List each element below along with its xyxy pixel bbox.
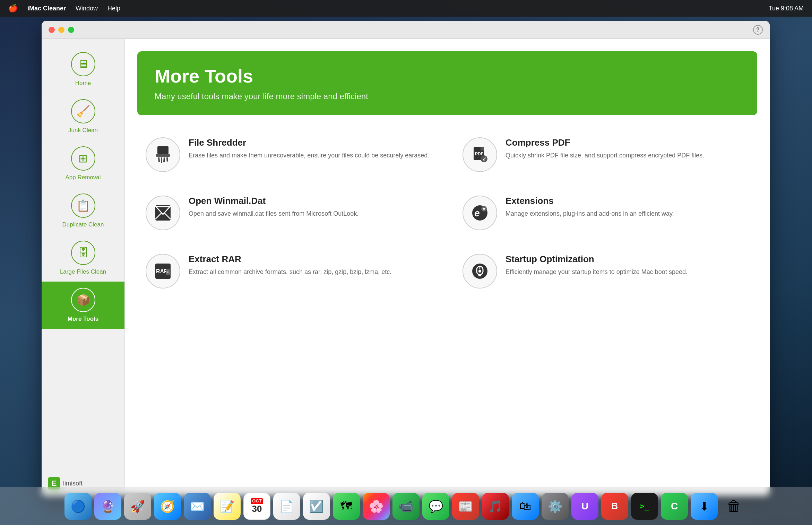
svg-rect-3 [161,157,162,163]
open-winmail-info: Open Winmail.Dat Open and save winmail.d… [189,196,432,218]
svg-rect-1 [156,154,170,157]
dock-item-news[interactable]: 📰 [452,493,479,520]
dock-item-siri[interactable]: 🔮 [94,493,121,520]
dock-item-photos[interactable]: 🌸 [363,493,390,520]
dock-item-finder[interactable]: 🔵 [64,493,92,520]
sidebar-label-more-tools: More Tools [68,316,98,322]
startup-optimization-desc: Efficiently manage your startup items to… [506,267,749,277]
svg-rect-0 [157,146,169,154]
svg-rect-7 [481,147,484,150]
extensions-icon: e [463,196,497,230]
traffic-lights [49,27,74,33]
sidebar: 🖥 Home 🧹 Junk Clean ⊞ App Removal 📋 Dupl… [42,39,125,496]
apple-menu[interactable]: 🍎 [8,4,18,13]
large-files-icon: 🗄 [71,241,95,265]
dock-item-carboncopy[interactable]: C [661,493,688,520]
tool-card-compress-pdf[interactable]: PDF ↙ Compress PDF Quickly shrink PDF fi… [454,129,757,180]
dock-item-appstore[interactable]: 🛍 [512,493,539,520]
dock-item-terminal[interactable]: >_ [631,493,658,520]
svg-text:e: e [474,208,480,218]
svg-text:PDF: PDF [475,152,483,156]
tool-card-extensions[interactable]: e Extensions Manage extensions, plug-ins… [454,187,757,239]
dock-item-sysprefs[interactable]: ⚙️ [542,493,569,520]
dock-item-ubar[interactable]: U [571,493,598,520]
extract-rar-name: Extract RAR [189,254,432,265]
main-content: More Tools Many useful tools make your l… [125,39,770,496]
svg-text:↙: ↙ [482,156,486,162]
tool-card-file-shredder[interactable]: File Shredder Erase files and make them … [137,129,440,180]
dock-item-notes[interactable]: 📝 [214,493,241,520]
startup-optimization-info: Startup Optimization Efficiently manage … [506,254,749,277]
startup-optimization-name: Startup Optimization [506,254,749,265]
dock-item-mail[interactable]: ✉️ [184,493,211,520]
compress-pdf-icon: PDF ↙ [463,137,497,172]
file-shredder-info: File Shredder Erase files and make them … [189,137,432,160]
file-shredder-name: File Shredder [189,137,432,148]
tool-card-extract-rar[interactable]: RAR ≡ Extract RAR Extract all common arc… [137,246,440,297]
tool-card-open-winmail[interactable]: Open Winmail.Dat Open and save winmail.d… [137,187,440,239]
startup-optimization-icon [463,254,497,289]
hero-banner: More Tools Many useful tools make your l… [137,51,757,115]
dock-item-reminders[interactable]: ☑️ [303,493,330,520]
more-tools-icon: 📦 [71,288,95,312]
svg-rect-5 [166,157,168,162]
extract-rar-desc: Extract all common archive formats, such… [189,267,432,277]
dock-item-launchpad[interactable]: 🚀 [124,493,151,520]
dock-item-messages[interactable]: 💬 [422,493,449,520]
compress-pdf-info: Compress PDF Quickly shrink PDF file siz… [506,137,749,160]
menu-window[interactable]: Window [76,5,98,12]
sidebar-item-app-removal[interactable]: ⊞ App Removal [42,140,124,187]
svg-point-25 [478,270,481,273]
svg-rect-4 [163,157,165,162]
dock-item-downloads[interactable]: ⬇ [691,493,718,520]
sidebar-item-more-tools[interactable]: 📦 More Tools [42,282,124,329]
dock-item-bbedit[interactable]: B [601,493,628,520]
sidebar-item-duplicate-clean[interactable]: 📋 Duplicate Clean [42,187,124,234]
sidebar-label-home: Home [75,80,91,87]
extensions-info: Extensions Manage extensions, plug-ins a… [506,196,749,218]
hero-title: More Tools [155,65,740,87]
close-button[interactable] [49,27,55,33]
title-bar: ? [42,21,770,39]
dock-item-maps[interactable]: 🗺 [333,493,360,520]
tool-card-startup-optimization[interactable]: Startup Optimization Efficiently manage … [454,246,757,297]
svg-rect-2 [158,157,160,162]
dock-item-calendar[interactable]: OCT 30 [243,493,270,520]
sidebar-item-large-files-clean[interactable]: 🗄 Large Files Clean [42,234,124,282]
compress-pdf-name: Compress PDF [506,137,749,148]
dock-item-safari[interactable]: 🧭 [154,493,181,520]
home-icon: 🖥 [71,52,95,76]
compress-pdf-desc: Quickly shrink PDF file size, and suppor… [506,151,749,160]
dock-item-trash[interactable]: 🗑 [720,493,748,520]
menubar: 🍎 iMac Cleaner Window Help Tue 9:08 AM [0,0,812,17]
sidebar-item-home[interactable]: 🖥 Home [42,46,124,93]
svg-text:≡: ≡ [166,270,169,274]
file-shredder-desc: Erase files and make them unrecoverable,… [189,151,432,160]
dock-item-music[interactable]: 🎵 [482,493,509,520]
tools-grid: File Shredder Erase files and make them … [137,129,757,297]
sidebar-label-duplicate-clean: Duplicate Clean [62,221,104,228]
sidebar-label-app-removal: App Removal [65,174,101,181]
junk-clean-icon: 🧹 [71,99,95,123]
extract-rar-icon: RAR ≡ [146,254,180,289]
dock-item-facetime[interactable]: 📹 [392,493,420,520]
menu-help[interactable]: Help [107,5,120,12]
open-winmail-name: Open Winmail.Dat [189,196,432,206]
open-winmail-icon [146,196,180,230]
logo-text: limisoft [63,480,83,487]
extensions-name: Extensions [506,196,749,206]
app-name[interactable]: iMac Cleaner [27,5,66,12]
minimize-button[interactable] [58,27,64,33]
menubar-time: Tue 9:08 AM [769,5,804,12]
dock: 🔵 🔮 🚀 🧭 ✉️ 📝 OCT 30 📄 ☑️ 🗺 🌸 📹 💬 📰 🎵 🛍 ⚙… [0,487,812,525]
help-button[interactable]: ? [753,25,763,35]
svg-rect-11 [155,205,171,221]
sidebar-item-junk-clean[interactable]: 🧹 Junk Clean [42,93,124,140]
menubar-right: Tue 9:08 AM [769,5,804,12]
extract-rar-info: Extract RAR Extract all common archive f… [189,254,432,277]
dock-item-textedit[interactable]: 📄 [273,493,300,520]
duplicate-clean-icon: 📋 [71,193,95,218]
maximize-button[interactable] [68,27,74,33]
sidebar-label-junk-clean: Junk Clean [68,127,98,134]
app-removal-icon: ⊞ [71,146,95,171]
